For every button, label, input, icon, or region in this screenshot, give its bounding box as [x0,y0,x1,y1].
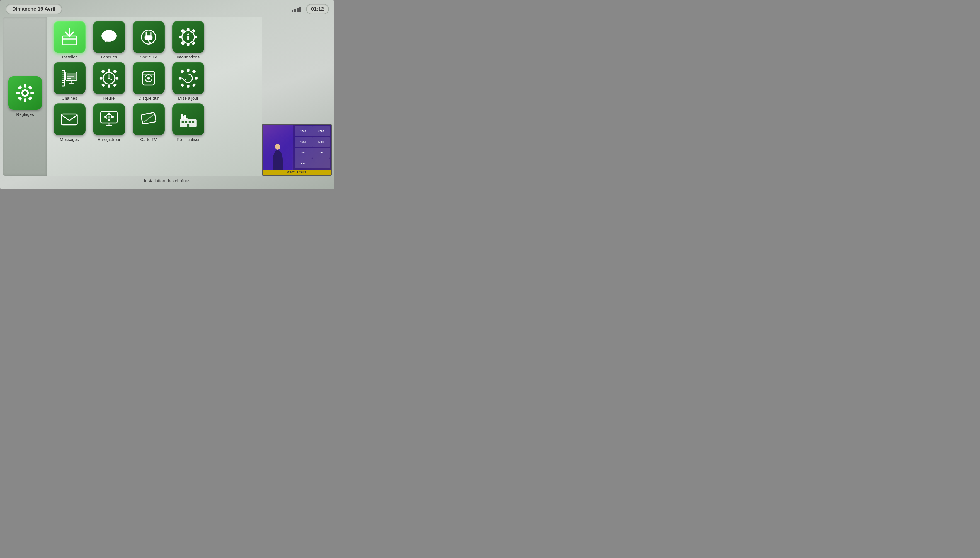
presenter-head [275,144,280,149]
svg-rect-62 [179,77,181,79]
price-cell-1: 100€ [295,126,312,136]
svg-rect-87 [187,124,189,127]
svg-rect-5 [31,92,34,94]
speech-bubble-icon [93,21,125,53]
price-cell-3: 175€ [295,137,312,147]
price-cell-7: 300€ [295,158,312,169]
svg-rect-6 [18,85,22,89]
svg-rect-47 [116,77,119,79]
presenter-body [273,150,283,169]
status-text: Installation des chaînes [144,179,190,184]
disque-dur-label: Disque dur [138,96,159,100]
sidebar-item-label: Réglages [16,112,34,117]
svg-rect-8 [18,96,22,100]
card-icon [133,103,165,135]
svg-rect-46 [99,77,102,79]
presenter [264,132,292,169]
factory-icon [172,103,204,135]
svg-rect-65 [192,70,196,73]
svg-point-13 [102,30,116,41]
signal-bars [292,6,301,12]
menu-item-enregistreur[interactable]: Enregistreur [91,103,127,142]
svg-rect-4 [16,92,20,94]
svg-rect-9 [28,96,32,100]
hard-drive-icon [133,62,165,94]
grid-row-2: Chaînes [51,62,258,100]
svg-point-1 [23,91,27,95]
svg-rect-22 [179,36,182,38]
reinitialiser-label: Ré-initialiser [177,137,200,142]
informations-label: Informations [177,54,200,59]
svg-rect-3 [24,98,26,102]
menu-item-informations[interactable]: Informations [170,21,206,59]
svg-rect-49 [113,70,117,73]
envelope-icon [54,103,86,135]
svg-point-58 [147,77,150,79]
sortie-tv-label: Sortie TV [140,54,157,59]
signal-bar-4 [299,7,301,12]
menu-item-disque-dur[interactable]: Disque dur [130,62,167,100]
chaines-label: Chaînes [62,96,77,100]
price-grid: 100€ 250€ 175€ 500€ 125€ 20€ 300€ [293,125,331,169]
messages-label: Messages [60,137,79,142]
grid-area: Installer Langues [48,17,262,176]
menu-item-messages[interactable]: Messages [51,103,87,142]
tv-preview-screen: 100€ 250€ 175€ 500€ 125€ 20€ 300€ [263,125,331,169]
menu-item-heure[interactable]: Heure [91,62,127,100]
svg-rect-2 [24,84,26,87]
svg-rect-86 [192,121,194,123]
svg-rect-63 [195,77,198,79]
svg-rect-50 [102,83,105,87]
svg-rect-21 [187,43,189,46]
menu-item-reinitialiser[interactable]: Ré-initialiser [170,103,206,142]
svg-rect-81 [181,114,183,120]
screen: Dimanche 19 Avril 01:12 [0,0,334,189]
svg-rect-77 [112,116,114,118]
svg-point-73 [108,116,110,118]
svg-rect-74 [108,113,110,115]
svg-rect-82 [184,115,186,119]
svg-point-28 [187,33,189,35]
svg-rect-83 [181,121,184,123]
refresh-gear-icon [172,62,204,94]
svg-rect-29 [187,36,189,40]
svg-rect-76 [104,116,106,118]
download-box-icon [54,21,86,53]
monitor-book-icon [54,62,86,94]
svg-rect-7 [28,85,32,89]
date-badge: Dimanche 19 Avril [6,4,62,14]
svg-rect-64 [181,70,184,73]
price-cell-4: 500€ [313,137,330,147]
tv-bottom-bar: 0905 16789 [263,169,331,175]
menu-item-langues[interactable]: Langues [91,21,127,59]
menu-item-installer[interactable]: Installer [51,21,87,59]
svg-rect-23 [194,36,197,38]
header-right: 01:12 [292,4,329,14]
svg-rect-20 [187,28,189,31]
price-cell-2: 250€ [313,126,330,136]
monitor-gear-icon [93,103,125,135]
price-cell-6: 20€ [313,148,330,158]
menu-item-mise-a-jour[interactable]: Mise à jour [170,62,206,100]
svg-rect-48 [102,70,105,73]
svg-rect-75 [108,119,110,121]
menu-item-chaines[interactable]: Chaînes [51,62,87,100]
grid-row-3: Messages [51,103,258,142]
gear-icon-large [8,76,42,110]
price-cell-8 [313,158,330,169]
tv-preview: 100€ 250€ 175€ 500€ 125€ 20€ 300€ 0905 1… [262,124,332,176]
svg-rect-45 [108,85,110,87]
carte-tv-label: Carte TV [140,137,157,142]
menu-item-carte-tv[interactable]: Carte TV [130,103,167,142]
svg-rect-18 [145,35,152,39]
svg-rect-68 [62,114,77,125]
sidebar-item-reglages[interactable]: Réglages [8,76,42,117]
main-content: Réglages [0,17,334,176]
langues-label: Langues [101,54,117,59]
header: Dimanche 19 Avril 01:12 [0,0,334,17]
status-bar: Installation des chaînes [0,176,334,186]
svg-rect-51 [113,83,117,87]
clock-gear-icon [93,62,125,94]
phone-number: 0905 16789 [264,170,330,174]
menu-item-sortie-tv[interactable]: Sortie TV [130,21,167,59]
